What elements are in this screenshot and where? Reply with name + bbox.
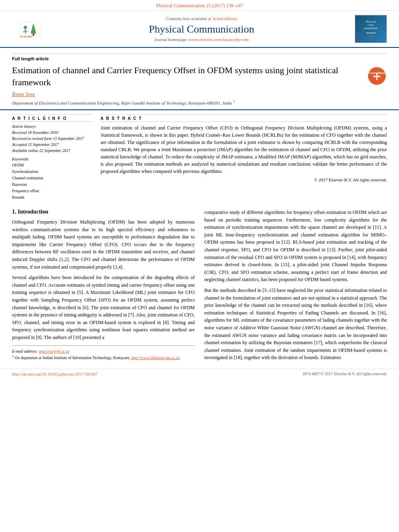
svg-point-1 [24, 26, 27, 29]
svg-marker-6 [31, 26, 36, 34]
author-name[interactable]: Renu Jose [12, 91, 387, 98]
affiliation: Department of Electronics and Communicat… [12, 99, 387, 105]
email-label: E-mail address: [12, 349, 38, 353]
accepted-date: Accepted 15 September 2017 [12, 142, 93, 148]
sciencedirect-link[interactable]: ScienceDirect [212, 16, 237, 21]
journal-volume-link[interactable]: Physical Communication 25 (2017) 139–147 [156, 3, 243, 8]
abstract-copyright: © 2017 Elsevier B.V. All rights reserved… [101, 177, 387, 182]
footnote-email: E-mail address: renu.jose@rit.ac.in [12, 348, 195, 354]
body-content: 1. Introduction Orthogonal Frequency Div… [0, 205, 399, 369]
article-type: Full length article [12, 53, 387, 61]
top-bar: Physical Communication 25 (2017) 139–147 [0, 0, 399, 11]
footnote1-text: On deputation at Indian Institute of Inf… [15, 355, 130, 360]
crossmark-logo: CrossMark [367, 66, 387, 86]
journal-center: Contents lists available at ScienceDirec… [48, 16, 355, 42]
footer-issn: 1874-4907/© 2017 Elsevier B.V. All right… [302, 372, 387, 376]
article-history: Article history: Received 18 November 20… [12, 124, 93, 154]
affiliation-superscript: 1 [233, 99, 235, 103]
email-link[interactable]: renu.jose@rit.ac.in [39, 349, 69, 353]
history-title: Article history: [12, 124, 93, 129]
affiliation-text: Department of Electronics and Communicat… [12, 101, 232, 105]
intro-para3: comparative study of different algorithm… [204, 209, 387, 283]
footnote-superscript: 1 [12, 355, 14, 358]
elsevier-logo: ELSEVIER [12, 15, 48, 43]
journal-header: ELSEVIER Contents lists available at Sci… [0, 11, 399, 48]
section1-title: 1. Introduction [12, 209, 195, 215]
abstract-header: A B S T R A C T [101, 115, 387, 122]
svg-rect-0 [20, 22, 40, 36]
received-date: Received 18 November 2016 [12, 129, 93, 136]
article-title-row: Estimation of channel and Carrier Freque… [12, 64, 387, 88]
body-col-right: comparative study of different algorithm… [204, 209, 387, 365]
journal-title: Physical Communication [48, 23, 355, 35]
keyword-item: Frequency offset [12, 188, 93, 194]
intro-para4: But the methods described in [5–15] have… [204, 287, 387, 362]
article-header-section: Full length article Estimation of channe… [0, 48, 399, 110]
abstract-text: Joint estimation of channel and Carrier … [101, 124, 387, 175]
cover-inner: Physical Com- munication ▬▬▬▬ ～～ [362, 18, 379, 40]
info-abstract-section: A R T I C L E I N F O Article history: R… [0, 110, 399, 205]
article-info-panel: A R T I C L E I N F O Article history: R… [12, 114, 93, 201]
keyword-item: Synchronization [12, 168, 93, 175]
contents-text: Contents lists available at [166, 16, 212, 21]
journal-cover-image: Physical Com- munication ▬▬▬▬ ～～ [355, 15, 387, 43]
body-two-col: 1. Introduction Orthogonal Frequency Div… [12, 209, 387, 365]
article-info-header: A R T I C L E I N F O [12, 115, 93, 122]
keyword-item: OFDM [12, 162, 93, 168]
body-col-left: 1. Introduction Orthogonal Frequency Div… [12, 209, 195, 365]
homepage-url[interactable]: www.elsevier.com/locate/phycom [189, 37, 249, 42]
revised-date: Received in revised form 13 September 20… [12, 136, 93, 142]
doi-link[interactable]: http://dx.doi.org/10.1016/j.phycom.2017.… [12, 372, 97, 376]
section1-num: 1. [12, 209, 18, 215]
footnote-area: E-mail address: renu.jose@rit.ac.in 1 On… [12, 345, 195, 361]
elsevier-tree-icon: ELSEVIER [18, 20, 42, 38]
footnote1-url[interactable]: http://www.iiikkottayam.ac.in/ [131, 355, 180, 360]
intro-para1: Orthogonal Frequency Division Multiplexi… [12, 218, 195, 271]
sciencedirect-line: Contents lists available at ScienceDirec… [48, 16, 355, 21]
keyword-item: Channel estimation [12, 175, 93, 181]
keyword-item: Bayesian [12, 181, 93, 188]
svg-rect-7 [33, 34, 34, 36]
abstract-panel: A B S T R A C T Joint estimation of chan… [101, 114, 387, 201]
footnote1: 1 On deputation at Indian Institute of I… [12, 354, 195, 361]
keyword-item: Bounds [12, 194, 93, 201]
bottom-footer: http://dx.doi.org/10.1016/j.phycom.2017.… [0, 369, 399, 379]
homepage-text: journal homepage: [154, 37, 189, 42]
intro-para2: Several algorithms have been introduced … [12, 274, 195, 341]
svg-text:ELSEVIER: ELSEVIER [20, 35, 32, 38]
article-title: Estimation of channel and Carrier Freque… [12, 64, 359, 88]
keywords-list: OFDMSynchronizationChannel estimationBay… [12, 162, 93, 201]
journal-homepage-line: journal homepage: www.elsevier.com/locat… [48, 37, 355, 42]
online-date: Available online 22 September 2017 [12, 148, 93, 154]
keywords-label: Keywords: [12, 157, 93, 161]
section1-label: Introduction [18, 209, 48, 215]
